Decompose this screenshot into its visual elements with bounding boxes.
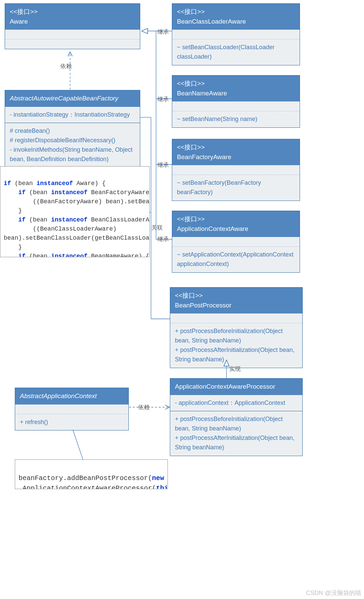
header: <<接口>> BeanFactoryAware: [172, 139, 300, 165]
empty-compartment: [172, 237, 300, 246]
methods: + refresh(): [15, 414, 128, 430]
header: <<接口>> BeanClassLoaderAware: [172, 4, 300, 30]
method: # registerDisposableBeanIfNecessary(): [10, 136, 135, 145]
code-snippet-add-post-processor: beanFactory.addBeanPostProcessor(new App…: [15, 459, 168, 489]
class-name: ApplicationContextAwareProcessor: [175, 383, 275, 390]
class-name: BeanNameAware: [177, 90, 227, 97]
method: + postProcessBeforeInitialization(Object…: [175, 415, 298, 433]
stereotype: <<接口>>: [175, 291, 298, 301]
methods: # createBean() # registerDisposableBeanI…: [5, 123, 140, 168]
class-name: Aware: [10, 18, 28, 25]
watermark: CSDN @没脑袋的喵: [306, 589, 361, 597]
uml-bean-class-loader-aware: <<接口>> BeanClassLoaderAware ~ setBeanCla…: [172, 3, 300, 65]
uml-bean-post-processor: <<接口>> BeanPostProcessor + postProcessBe…: [170, 287, 303, 368]
attributes: - applicationContext：ApplicationContext: [170, 395, 302, 411]
label-depend: 依赖: [60, 62, 72, 70]
empty-compartment: [172, 30, 300, 39]
empty-compartment: [15, 405, 128, 414]
code-snippet-aware: if (bean instanceof Aware) { if (bean in…: [0, 166, 150, 257]
svg-line-10: [73, 430, 83, 459]
header: ApplicationContextAwareProcessor: [170, 379, 302, 395]
method: + postProcessAfterInitialization(Object …: [175, 433, 298, 452]
method: - invokeInitMethods(String beanName, Obj…: [10, 145, 135, 164]
empty-compartment: [172, 165, 300, 175]
header: <<接口>> BeanPostProcessor: [170, 288, 302, 313]
class-header: AbstractAutowireCapableBeanFactory: [5, 90, 140, 107]
methods: + postProcessBeforeInitialization(Object…: [170, 323, 302, 368]
header: <<接口>> ApplicationContextAware: [172, 211, 300, 237]
uml-abstract-application-context: AbstractApplicationContext + refresh(): [15, 388, 129, 430]
stereotype: <<接口>>: [177, 143, 295, 152]
empty-compartment: [5, 39, 140, 49]
empty-compartment: [172, 101, 300, 111]
label-impl: 实现: [229, 365, 241, 373]
uml-abstract-autowire-factory: AbstractAutowireCapableBeanFactory - ins…: [5, 90, 140, 168]
uml-bean-name-aware: <<接口>> BeanNameAware ~ setBeanName(Strin…: [172, 75, 300, 128]
stereotype: <<接口>>: [177, 7, 295, 17]
label-inherit: 继承: [157, 28, 169, 36]
header: <<接口>> BeanNameAware: [172, 76, 300, 101]
stereotype: <<接口>>: [10, 7, 135, 17]
label-inherit: 继承: [157, 235, 169, 243]
class-name: BeanFactoryAware: [177, 153, 231, 160]
class-name: AbstractApplicationContext: [20, 392, 97, 399]
class-name: BeanPostProcessor: [175, 302, 232, 309]
label-depend: 依赖: [138, 403, 150, 411]
methods: ~ setBeanName(String name): [172, 111, 300, 127]
uml-bean-factory-aware: <<接口>> BeanFactoryAware ~ setBeanFactory…: [172, 139, 300, 201]
attributes: - instantiationStrategy：InstantiationStr…: [5, 107, 140, 123]
label-inherit: 继承: [157, 161, 169, 169]
stereotype: <<接口>>: [177, 79, 295, 89]
methods: ~ setBeanClassLoader(ClassLoader classLo…: [172, 39, 300, 65]
uml-aware-header: <<接口>> Aware: [5, 4, 140, 30]
class-name: AbstractAutowireCapableBeanFactory: [10, 95, 118, 102]
class-name: BeanClassLoaderAware: [177, 18, 246, 25]
uml-application-context-aware: <<接口>> ApplicationContextAware ~ setAppl…: [172, 211, 300, 273]
methods: ~ setApplicationContext(ApplicationConte…: [172, 247, 300, 272]
methods: + postProcessBeforeInitialization(Object…: [170, 411, 302, 456]
empty-compartment: [170, 313, 302, 323]
label-inherit: 继承: [157, 95, 169, 103]
empty-compartment: [5, 30, 140, 39]
label-assoc: 关联: [151, 224, 163, 232]
stereotype: <<接口>>: [177, 214, 295, 224]
methods: ~ setBeanFactory(BeanFactory beanFactory…: [172, 175, 300, 201]
method: + postProcessAfterInitialization(Object …: [175, 346, 298, 364]
uml-aware: <<接口>> Aware: [5, 3, 140, 49]
uml-application-context-aware-processor: ApplicationContextAwareProcessor - appli…: [170, 378, 303, 456]
class-name: ApplicationContextAware: [177, 225, 248, 232]
method: # createBean(): [10, 126, 135, 136]
header: AbstractApplicationContext: [15, 388, 128, 405]
method: + postProcessBeforeInitialization(Object…: [175, 327, 298, 346]
